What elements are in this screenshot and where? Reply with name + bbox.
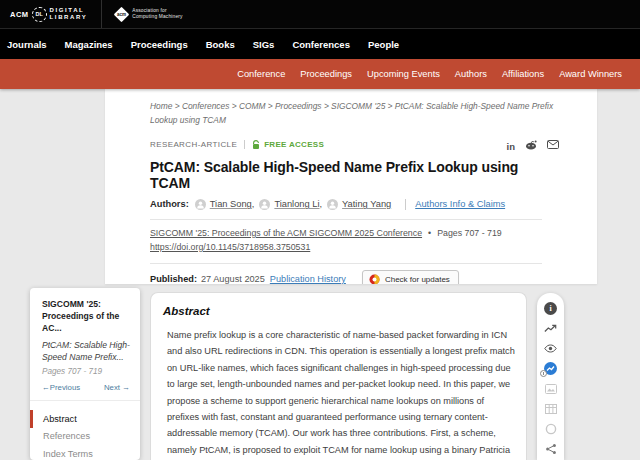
crossmark-icon [369, 274, 380, 284]
previous-article-link[interactable]: Previous [42, 383, 80, 392]
pending-clock-icon [540, 370, 547, 377]
confnav-upcoming-events[interactable]: Upcoming Events [367, 69, 440, 79]
breadcrumb-sigcomm25[interactable]: SIGCOMM '25 [331, 101, 395, 111]
nav-conferences[interactable]: Conferences [292, 39, 350, 50]
author-avatar-icon [195, 199, 206, 210]
sidebar-venue-link[interactable]: SIGCOMM '25: Proceedings of the AC... [42, 298, 130, 334]
acm-diamond-icon: acm [114, 6, 130, 22]
linkedin-icon[interactable] [507, 136, 515, 154]
sidebar-pages: Pages 707 - 719 [42, 367, 130, 376]
usage-badge-icon[interactable] [544, 362, 557, 375]
share-icon[interactable] [544, 442, 557, 455]
info-icon[interactable] [544, 302, 557, 315]
open-lock-icon [252, 140, 260, 150]
email-icon[interactable] [547, 140, 559, 149]
divider [150, 263, 542, 264]
confnav-authors[interactable]: Authors [455, 69, 487, 79]
nav-people[interactable]: People [368, 39, 399, 50]
dl-gear-icon: DL [32, 7, 47, 22]
article-quick-nav-card: SIGCOMM '25: Proceedings of the AC... Pt… [30, 288, 140, 460]
article-type-label: RESEARCH-ARTICLE [150, 140, 237, 149]
authors-info-claims-link[interactable]: Authors Info & Claims [415, 199, 505, 209]
metrics-trend-icon[interactable] [544, 322, 557, 335]
digital-text: DIGITAL [50, 7, 85, 13]
main-nav: Journals Magazines Proceedings Books SIG… [0, 28, 640, 59]
acm-logo-text: ACM [10, 10, 29, 19]
acm-dl-logo[interactable]: ACM DL DIGITAL LIBRARY [10, 7, 87, 22]
nav-magazines[interactable]: Magazines [65, 39, 113, 50]
library-text: LIBRARY [50, 14, 88, 20]
page-body: HomeConferencesCOMMProceedingsSIGCOMM '2… [0, 89, 640, 460]
abstract-text: Name prefix lookup is a core characteris… [167, 327, 517, 460]
publication-history-link[interactable]: Publication History [270, 274, 346, 284]
abstract-section: Abstract Name prefix lookup is a core ch… [150, 292, 527, 460]
section-nav: Abstract References Index Terms Recommen… [30, 401, 140, 460]
article-header-section: HomeConferencesCOMMProceedingsSIGCOMM '2… [105, 89, 597, 284]
author-avatar-icon [327, 199, 338, 210]
article-meta-row: RESEARCH-ARTICLE FREE ACCESS [150, 136, 559, 154]
conference-nav: Conference Proceedings Upcoming Events A… [0, 59, 640, 89]
breadcrumb-conferences[interactable]: Conferences [182, 101, 239, 111]
pages-label: Pages 707 - 719 [422, 228, 502, 238]
acm-association-logo[interactable]: acm Association for Computing Machinery [116, 8, 182, 21]
published-label: Published: [150, 274, 197, 284]
tables-icon[interactable] [544, 402, 557, 415]
nav-sigs[interactable]: SIGs [253, 39, 275, 50]
author-tian-song[interactable]: Tian Song [195, 199, 255, 210]
confnav-award-winners[interactable]: Award Winners [559, 69, 622, 79]
header-divider [101, 0, 102, 28]
association-line2: Computing Machinery [132, 14, 182, 19]
author-name: Yating Yang [342, 199, 391, 209]
author-avatar-icon [259, 199, 270, 210]
meta-divider [244, 140, 245, 149]
breadcrumb-home[interactable]: Home [150, 101, 182, 111]
check-for-updates-label: Check for updates [385, 275, 450, 284]
author-tianlong-li[interactable]: Tianlong Li [259, 199, 322, 210]
breadcrumb: HomeConferencesCOMMProceedingsSIGCOMM '2… [150, 89, 574, 128]
sidebar-item-abstract[interactable]: Abstract [30, 410, 140, 427]
doi-link[interactable]: https://doi.org/10.1145/3718958.3750531 [150, 240, 310, 254]
authors-divider [405, 199, 406, 210]
confnav-proceedings[interactable]: Proceedings [300, 69, 352, 79]
top-header-bar: ACM DL DIGITAL LIBRARY acm Association f… [0, 0, 640, 28]
nav-proceedings[interactable]: Proceedings [131, 39, 188, 50]
divider [150, 219, 542, 220]
published-date: 27 August 2025 [201, 274, 265, 284]
association-name: Association for Computing Machinery [132, 8, 182, 21]
abstract-heading: Abstract [163, 305, 513, 317]
reddit-icon[interactable] [525, 140, 537, 150]
digital-library-logo-text: DIGITAL LIBRARY [50, 7, 88, 22]
media-circle-icon[interactable] [544, 422, 557, 435]
check-for-updates-button[interactable]: Check for updates [362, 270, 459, 284]
acm-dl-page: ACM DL DIGITAL LIBRARY acm Association f… [0, 0, 640, 460]
author-name: Tianlong Li [274, 199, 319, 209]
confnav-affiliations[interactable]: Affiliations [502, 69, 544, 79]
author-name: Tian Song [210, 199, 252, 209]
venue-block: SIGCOMM '25: Proceedings of the ACM SIGC… [150, 226, 559, 254]
author-yating-yang[interactable]: Yating Yang [327, 199, 391, 210]
venue-link[interactable]: SIGCOMM '25: Proceedings of the ACM SIGC… [150, 228, 422, 238]
pagination-row: Previous Next [42, 383, 130, 392]
authors-label: Authors: [150, 199, 189, 209]
figures-icon[interactable] [544, 382, 557, 395]
nav-books[interactable]: Books [206, 39, 235, 50]
breadcrumb-proceedings[interactable]: Proceedings [275, 101, 331, 111]
sidebar-article-title: PtCAM: Scalable High-Speed Name Prefix..… [42, 339, 130, 363]
social-share-row [507, 136, 559, 154]
association-line1: Association for [132, 8, 166, 13]
free-access-label: FREE ACCESS [264, 140, 324, 149]
published-row: Published: 27 August 2025 Publication Hi… [150, 270, 559, 284]
next-article-link[interactable]: Next [104, 383, 130, 392]
article-title: PtCAM: Scalable High-Speed Name Prefix L… [150, 159, 559, 191]
sidebar-item-references[interactable]: References [30, 428, 140, 445]
eye-icon[interactable] [544, 342, 557, 355]
article-tools-toolbar [537, 293, 564, 460]
authors-row: Authors: Tian Song Tianlong Li Yating Ya… [150, 199, 559, 210]
acm-diamond-text: acm [117, 11, 126, 16]
sidebar-item-index-terms[interactable]: Index Terms [30, 445, 140, 460]
nav-journals[interactable]: Journals [7, 39, 47, 50]
confnav-conference[interactable]: Conference [237, 69, 285, 79]
breadcrumb-comm[interactable]: COMM [239, 101, 275, 111]
